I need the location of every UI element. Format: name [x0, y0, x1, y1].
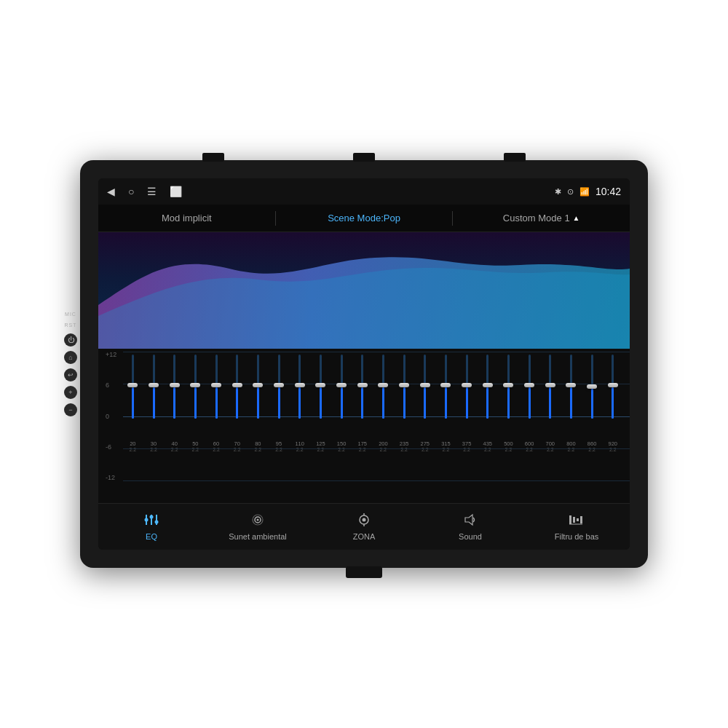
eq-band-920[interactable]	[603, 355, 622, 439]
back-nav-icon[interactable]: ◀	[107, 186, 115, 197]
tab-ambient-label: Sunet ambiental	[229, 532, 287, 541]
slider-thumb-860[interactable]	[587, 384, 597, 389]
slider-thumb-500[interactable]	[503, 383, 513, 387]
vol-up-button[interactable]: +	[64, 386, 77, 399]
slider-thumb-95[interactable]	[274, 383, 284, 387]
freq-q-20: 2.2	[129, 447, 136, 452]
slider-track-600[interactable]	[529, 355, 531, 419]
slider-thumb-125[interactable]	[315, 383, 325, 387]
eq-band-30[interactable]	[144, 355, 164, 439]
eq-band-315[interactable]	[436, 355, 456, 439]
slider-thumb-110[interactable]	[295, 383, 305, 387]
slider-thumb-30[interactable]	[149, 383, 159, 387]
eq-band-70[interactable]	[227, 355, 247, 439]
slider-track-110[interactable]	[298, 355, 301, 419]
slider-thumb-70[interactable]	[232, 383, 242, 387]
slider-track-20[interactable]	[132, 355, 134, 419]
eq-band-80[interactable]	[248, 355, 268, 439]
slider-thumb-235[interactable]	[399, 383, 409, 387]
eq-band-375[interactable]	[457, 355, 477, 439]
slider-thumb-315[interactable]	[440, 383, 451, 387]
eq-band-50[interactable]	[186, 355, 205, 439]
slider-track-40[interactable]	[173, 355, 175, 419]
slider-track-500[interactable]	[507, 355, 510, 419]
slider-track-200[interactable]	[382, 355, 384, 419]
slider-track-375[interactable]	[466, 355, 468, 419]
eq-band-110[interactable]	[290, 355, 309, 439]
slider-thumb-200[interactable]	[378, 383, 388, 387]
slider-track-800[interactable]	[570, 355, 572, 419]
slider-track-60[interactable]	[215, 355, 218, 419]
freq-q-60: 2.2	[213, 447, 220, 452]
eq-band-200[interactable]	[373, 355, 393, 439]
back-button[interactable]: ↩	[64, 368, 77, 381]
eq-band-800[interactable]	[561, 355, 581, 439]
eq-band-95[interactable]	[269, 355, 289, 439]
recents-nav-icon[interactable]: ⬜	[170, 186, 182, 197]
slider-track-315[interactable]	[445, 355, 447, 419]
tab-eq[interactable]: EQ	[98, 504, 205, 550]
slider-track-80[interactable]	[257, 355, 259, 419]
eq-band-20[interactable]	[123, 355, 143, 439]
slider-thumb-920[interactable]	[608, 383, 618, 387]
svg-point-2	[145, 518, 149, 521]
slider-track-275[interactable]	[424, 355, 426, 419]
slider-thumb-275[interactable]	[420, 383, 430, 387]
slider-track-235[interactable]	[403, 355, 405, 419]
tab-ambient[interactable]: Sunet ambiental	[205, 504, 311, 550]
home-nav-icon[interactable]: ○	[128, 186, 134, 197]
slider-thumb-375[interactable]	[462, 383, 472, 387]
tab-zona[interactable]: ZONA	[311, 504, 417, 550]
mode-scene[interactable]: Scene Mode:Pop	[276, 205, 453, 232]
eq-band-500[interactable]	[499, 355, 518, 439]
eq-band-125[interactable]	[311, 355, 331, 439]
slider-track-920[interactable]	[612, 355, 614, 419]
slider-track-860[interactable]	[591, 355, 593, 419]
slider-thumb-50[interactable]	[190, 383, 200, 387]
slider-track-125[interactable]	[320, 355, 322, 419]
tab-sound[interactable]: Sound	[417, 504, 523, 550]
vol-down-button[interactable]: −	[64, 403, 77, 416]
mode-custom[interactable]: Custom Mode 1 ▲	[453, 205, 630, 232]
slider-track-700[interactable]	[549, 355, 551, 419]
eq-band-700[interactable]	[540, 355, 560, 439]
mic-label: MIC	[65, 312, 76, 317]
slider-thumb-600[interactable]	[524, 383, 534, 387]
eq-band-40[interactable]	[165, 355, 184, 439]
mode-implicit[interactable]: Mod implicit	[98, 205, 275, 232]
slider-track-175[interactable]	[361, 355, 363, 419]
slider-thumb-40[interactable]	[170, 383, 180, 387]
freq-label-group-500: 500 2.2	[499, 440, 518, 452]
tab-bass[interactable]: Filtru de bas	[523, 504, 630, 550]
slider-track-30[interactable]	[153, 355, 155, 419]
power-button[interactable]: ⏻	[64, 333, 77, 347]
slider-thumb-60[interactable]	[211, 383, 221, 387]
svg-rect-20	[580, 516, 582, 523]
eq-band-60[interactable]	[207, 355, 226, 439]
slider-thumb-435[interactable]	[483, 383, 493, 387]
slider-thumb-20[interactable]	[127, 383, 138, 387]
slider-track-70[interactable]	[236, 355, 238, 419]
slider-thumb-700[interactable]	[545, 383, 555, 387]
eq-band-175[interactable]	[352, 355, 372, 439]
slider-thumb-175[interactable]	[357, 383, 368, 387]
eq-band-860[interactable]	[582, 355, 602, 439]
menu-nav-icon[interactable]: ☰	[147, 186, 157, 197]
eq-band-150[interactable]	[332, 355, 352, 439]
eq-icon	[143, 513, 159, 530]
home-button[interactable]: ⌂	[64, 351, 77, 364]
slider-thumb-150[interactable]	[336, 383, 347, 387]
slider-thumb-800[interactable]	[566, 383, 576, 387]
eq-band-600[interactable]	[520, 355, 539, 439]
slider-track-435[interactable]	[486, 355, 488, 419]
eq-band-435[interactable]	[478, 355, 497, 439]
slider-track-95[interactable]	[278, 355, 280, 419]
eq-band-235[interactable]	[395, 355, 414, 439]
slider-track-50[interactable]	[194, 355, 197, 419]
eq-band-275[interactable]	[415, 355, 435, 439]
slider-fill-60	[215, 387, 218, 419]
freq-fc-95: 95	[276, 440, 282, 447]
wifi-icon: 📶	[579, 187, 590, 197]
slider-track-150[interactable]	[341, 355, 343, 419]
slider-thumb-80[interactable]	[253, 383, 263, 387]
